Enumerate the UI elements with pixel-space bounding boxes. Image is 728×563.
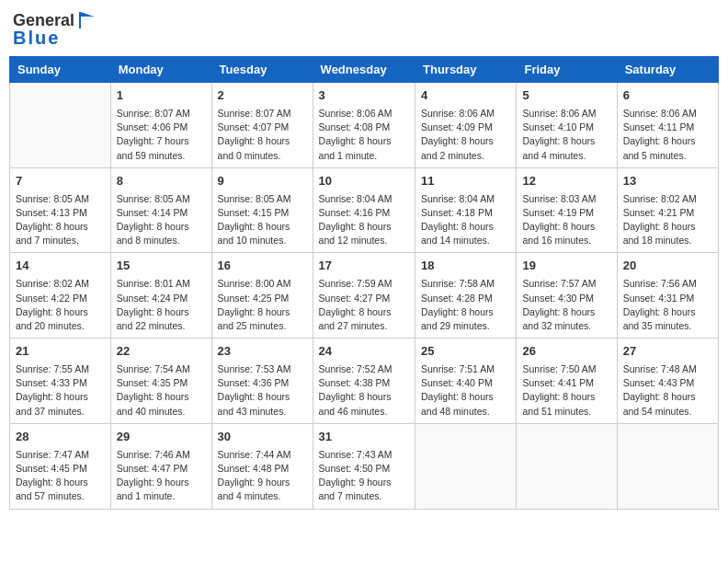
weekday-header-wednesday: Wednesday [313, 57, 415, 83]
cell-info: Sunrise: 7:48 AMSunset: 4:43 PMDaylight:… [623, 362, 712, 419]
day-number: 21 [16, 343, 105, 361]
day-number: 31 [319, 429, 409, 446]
cell-info: Sunrise: 8:00 AMSunset: 4:25 PMDaylight:… [218, 277, 307, 333]
cell-info: Sunrise: 8:01 AMSunset: 4:24 PMDaylight:… [117, 277, 206, 333]
day-number: 12 [522, 173, 610, 190]
calendar-cell: 2Sunrise: 8:07 AMSunset: 4:07 PMDaylight… [211, 83, 313, 168]
day-number: 26 [522, 343, 610, 361]
day-number: 9 [218, 173, 307, 190]
calendar-cell: 7Sunrise: 8:05 AMSunset: 4:13 PMDaylight… [10, 167, 111, 253]
cell-info: Sunrise: 8:03 AMSunset: 4:19 PMDaylight:… [522, 192, 610, 248]
weekday-header-monday: Monday [110, 57, 211, 83]
calendar-cell: 20Sunrise: 7:56 AMSunset: 4:31 PMDayligh… [617, 253, 718, 339]
page-header: General Blue [9, 9, 719, 49]
cell-info: Sunrise: 7:46 AMSunset: 4:47 PMDaylight:… [117, 448, 206, 504]
svg-marker-2 [81, 17, 94, 21]
cell-info: Sunrise: 8:06 AMSunset: 4:09 PMDaylight:… [421, 107, 510, 163]
cell-info: Sunrise: 7:44 AMSunset: 4:48 PMDaylight:… [218, 448, 307, 504]
day-number: 8 [117, 173, 206, 190]
calendar-cell: 12Sunrise: 8:03 AMSunset: 4:19 PMDayligh… [517, 167, 617, 253]
calendar-cell: 19Sunrise: 7:57 AMSunset: 4:30 PMDayligh… [517, 253, 617, 339]
logo-flag-icon [75, 9, 97, 31]
cell-info: Sunrise: 7:52 AMSunset: 4:38 PMDaylight:… [319, 362, 409, 419]
calendar-cell: 28Sunrise: 7:47 AMSunset: 4:45 PMDayligh… [10, 423, 111, 509]
day-number: 30 [218, 429, 307, 446]
day-number: 13 [623, 173, 712, 190]
calendar-cell: 27Sunrise: 7:48 AMSunset: 4:43 PMDayligh… [617, 339, 718, 424]
day-number: 7 [16, 173, 105, 190]
calendar-table: SundayMondayTuesdayWednesdayThursdayFrid… [9, 56, 719, 510]
day-number: 1 [117, 87, 206, 105]
day-number: 29 [117, 429, 206, 446]
day-number: 18 [421, 258, 510, 275]
day-number: 11 [421, 173, 510, 190]
cell-info: Sunrise: 7:53 AMSunset: 4:36 PMDaylight:… [218, 362, 307, 419]
weekday-header-tuesday: Tuesday [211, 57, 313, 83]
calendar-cell: 14Sunrise: 8:02 AMSunset: 4:22 PMDayligh… [10, 253, 111, 339]
cell-info: Sunrise: 7:50 AMSunset: 4:41 PMDaylight:… [522, 362, 610, 419]
calendar-cell: 4Sunrise: 8:06 AMSunset: 4:09 PMDaylight… [415, 83, 517, 168]
cell-info: Sunrise: 7:55 AMSunset: 4:33 PMDaylight:… [16, 362, 105, 419]
day-number: 3 [319, 87, 409, 105]
calendar-cell: 26Sunrise: 7:50 AMSunset: 4:41 PMDayligh… [517, 339, 617, 424]
weekday-header-friday: Friday [517, 57, 617, 83]
calendar-cell: 18Sunrise: 7:58 AMSunset: 4:28 PMDayligh… [415, 253, 517, 339]
cell-info: Sunrise: 8:05 AMSunset: 4:15 PMDaylight:… [218, 192, 307, 248]
calendar-cell: 3Sunrise: 8:06 AMSunset: 4:08 PMDaylight… [313, 83, 415, 168]
cell-info: Sunrise: 7:47 AMSunset: 4:45 PMDaylight:… [16, 448, 105, 504]
calendar-week-row: 21Sunrise: 7:55 AMSunset: 4:33 PMDayligh… [10, 339, 719, 424]
calendar-cell: 17Sunrise: 7:59 AMSunset: 4:27 PMDayligh… [313, 253, 415, 339]
calendar-week-row: 28Sunrise: 7:47 AMSunset: 4:45 PMDayligh… [10, 423, 719, 509]
calendar-cell: 22Sunrise: 7:54 AMSunset: 4:35 PMDayligh… [110, 339, 211, 424]
cell-info: Sunrise: 8:04 AMSunset: 4:16 PMDaylight:… [319, 192, 409, 248]
calendar-cell [517, 423, 617, 509]
calendar-week-row: 7Sunrise: 8:05 AMSunset: 4:13 PMDaylight… [10, 167, 719, 253]
calendar-cell: 11Sunrise: 8:04 AMSunset: 4:18 PMDayligh… [415, 167, 517, 253]
cell-info: Sunrise: 8:07 AMSunset: 4:06 PMDaylight:… [117, 107, 206, 163]
cell-info: Sunrise: 8:05 AMSunset: 4:14 PMDaylight:… [117, 192, 206, 248]
calendar-cell [415, 423, 517, 509]
calendar-week-row: 14Sunrise: 8:02 AMSunset: 4:22 PMDayligh… [10, 253, 719, 339]
svg-marker-0 [79, 12, 81, 29]
cell-info: Sunrise: 7:51 AMSunset: 4:40 PMDaylight:… [421, 362, 510, 419]
weekday-header-sunday: Sunday [10, 57, 111, 83]
cell-info: Sunrise: 8:06 AMSunset: 4:08 PMDaylight:… [319, 107, 409, 163]
cell-info: Sunrise: 8:02 AMSunset: 4:21 PMDaylight:… [623, 192, 712, 248]
cell-info: Sunrise: 7:56 AMSunset: 4:31 PMDaylight:… [623, 277, 712, 333]
calendar-cell: 31Sunrise: 7:43 AMSunset: 4:50 PMDayligh… [313, 423, 415, 509]
cell-info: Sunrise: 7:57 AMSunset: 4:30 PMDaylight:… [522, 277, 610, 333]
calendar-cell: 23Sunrise: 7:53 AMSunset: 4:36 PMDayligh… [211, 339, 313, 424]
day-number: 10 [319, 173, 409, 190]
calendar-cell: 15Sunrise: 8:01 AMSunset: 4:24 PMDayligh… [110, 253, 211, 339]
calendar-cell: 6Sunrise: 8:06 AMSunset: 4:11 PMDaylight… [617, 83, 718, 168]
day-number: 22 [117, 343, 206, 361]
logo: General Blue [13, 9, 97, 49]
day-number: 23 [218, 343, 307, 361]
cell-info: Sunrise: 8:05 AMSunset: 4:13 PMDaylight:… [16, 192, 105, 248]
day-number: 28 [16, 429, 105, 446]
day-number: 16 [218, 258, 307, 275]
cell-info: Sunrise: 8:04 AMSunset: 4:18 PMDaylight:… [421, 192, 510, 248]
calendar-cell [617, 423, 718, 509]
weekday-header-row: SundayMondayTuesdayWednesdayThursdayFrid… [10, 57, 719, 83]
calendar-cell: 13Sunrise: 8:02 AMSunset: 4:21 PMDayligh… [617, 167, 718, 253]
day-number: 20 [623, 258, 712, 275]
calendar-cell: 21Sunrise: 7:55 AMSunset: 4:33 PMDayligh… [10, 339, 111, 424]
cell-info: Sunrise: 8:06 AMSunset: 4:10 PMDaylight:… [522, 107, 610, 163]
calendar-cell: 10Sunrise: 8:04 AMSunset: 4:16 PMDayligh… [313, 167, 415, 253]
day-number: 25 [421, 343, 510, 361]
calendar-cell: 29Sunrise: 7:46 AMSunset: 4:47 PMDayligh… [110, 423, 211, 509]
calendar-cell: 30Sunrise: 7:44 AMSunset: 4:48 PMDayligh… [211, 423, 313, 509]
day-number: 24 [319, 343, 409, 361]
cell-info: Sunrise: 8:02 AMSunset: 4:22 PMDaylight:… [16, 277, 105, 333]
cell-info: Sunrise: 7:54 AMSunset: 4:35 PMDaylight:… [117, 362, 206, 419]
day-number: 19 [522, 258, 610, 275]
weekday-header-thursday: Thursday [415, 57, 517, 83]
calendar-cell: 25Sunrise: 7:51 AMSunset: 4:40 PMDayligh… [415, 339, 517, 424]
calendar-cell: 5Sunrise: 8:06 AMSunset: 4:10 PMDaylight… [517, 83, 617, 168]
calendar-cell: 16Sunrise: 8:00 AMSunset: 4:25 PMDayligh… [211, 253, 313, 339]
calendar-cell: 1Sunrise: 8:07 AMSunset: 4:06 PMDaylight… [110, 83, 211, 168]
cell-info: Sunrise: 7:43 AMSunset: 4:50 PMDaylight:… [319, 448, 409, 504]
cell-info: Sunrise: 8:06 AMSunset: 4:11 PMDaylight:… [623, 107, 712, 163]
cell-info: Sunrise: 7:59 AMSunset: 4:27 PMDaylight:… [319, 277, 409, 333]
